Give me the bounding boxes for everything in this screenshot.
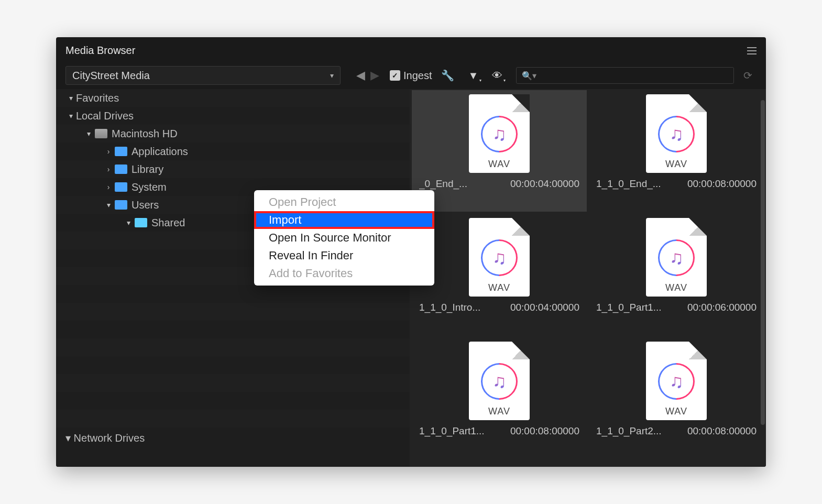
eye-icon[interactable]: 👁▾ bbox=[488, 70, 507, 82]
wav-file-icon: ♫ WAV bbox=[469, 94, 530, 173]
file-name: 1_1_0_End_... bbox=[596, 178, 661, 190]
folder-icon bbox=[135, 218, 147, 227]
context-open-project: Open Project bbox=[254, 193, 434, 211]
titlebar: Media Browser bbox=[56, 37, 766, 64]
search-icon: 🔍▾ bbox=[522, 71, 536, 81]
file-thumb[interactable]: ♫ WAV 1_1_0_Part2... 00:00:08:00000 bbox=[589, 337, 764, 459]
panel-menu-icon[interactable] bbox=[747, 47, 757, 54]
music-note-icon: ♫ bbox=[474, 108, 525, 160]
toolbar: CityStreet Media ▾ ◀ ▶ ✓ Ingest 🔧 ▼▾ 👁▾ … bbox=[56, 64, 766, 89]
file-name: 1_1_0_Part1... bbox=[596, 302, 662, 313]
drive-icon bbox=[95, 129, 107, 138]
music-note-icon: ♫ bbox=[474, 356, 525, 408]
tree-label: System bbox=[131, 181, 167, 193]
chevron-right-icon[interactable]: › bbox=[103, 183, 114, 191]
content-grid: ♫ WAV _0_End_... 00:00:04:00000 ♫ WAV 1_… bbox=[410, 89, 766, 467]
ingest-label: Ingest bbox=[403, 70, 432, 82]
file-type-label: WAV bbox=[665, 282, 687, 293]
wav-file-icon: ♫ WAV bbox=[646, 94, 707, 173]
file-type-label: WAV bbox=[488, 406, 510, 417]
chevron-right-icon[interactable]: › bbox=[103, 165, 114, 173]
media-source-dropdown[interactable]: CityStreet Media ▾ bbox=[65, 66, 341, 85]
folder-icon bbox=[115, 200, 127, 210]
tree-label: Users bbox=[131, 199, 159, 211]
tree-favorites[interactable]: ▾ Favorites bbox=[56, 89, 410, 107]
file-type-label: WAV bbox=[665, 406, 687, 417]
context-add-to-favorites: Add to Favorites bbox=[254, 265, 434, 282]
music-note-icon: ♫ bbox=[651, 356, 703, 408]
folder-icon bbox=[115, 165, 127, 174]
wrench-icon[interactable]: 🔧 bbox=[437, 69, 458, 82]
chevron-down-icon[interactable]: ▾ bbox=[65, 112, 76, 120]
file-type-label: WAV bbox=[488, 159, 510, 170]
wav-file-icon: ♫ WAV bbox=[646, 218, 707, 297]
file-thumb[interactable]: ♫ WAV 1_1_0_Part1... 00:00:06:00000 bbox=[589, 214, 764, 335]
ingest-toggle[interactable]: ✓ Ingest bbox=[390, 70, 432, 82]
wav-file-icon: ♫ WAV bbox=[646, 342, 707, 420]
file-thumb[interactable]: ♫ WAV 1_1_0_End_... 00:00:08:00000 bbox=[589, 90, 764, 212]
nav-arrows: ◀ ▶ bbox=[356, 69, 379, 82]
folder-icon bbox=[115, 182, 127, 192]
file-name: 1_1_0_Part2... bbox=[596, 425, 662, 437]
file-thumb[interactable]: ♫ WAV 1_1_0_Intro... 00:00:04:00000 bbox=[412, 214, 587, 335]
file-duration: 00:00:08:00000 bbox=[687, 178, 757, 190]
wav-file-icon: ♫ WAV bbox=[469, 218, 530, 297]
context-reveal-in-finder[interactable]: Reveal In Finder bbox=[254, 247, 434, 265]
context-open-in-source-monitor[interactable]: Open In Source Monitor bbox=[254, 229, 434, 247]
chevron-down-icon[interactable]: ▾ bbox=[103, 201, 114, 209]
tree-library[interactable]: › Library bbox=[56, 160, 410, 178]
scrollbar[interactable] bbox=[761, 100, 765, 425]
tree-local-drives[interactable]: ▾ Local Drives bbox=[56, 107, 410, 125]
filter-icon[interactable]: ▼▾ bbox=[464, 70, 483, 82]
tree-network-drives[interactable]: ▾ Network Drives bbox=[56, 428, 410, 448]
music-note-icon: ♫ bbox=[651, 108, 703, 160]
chevron-down-icon[interactable]: ▾ bbox=[65, 94, 76, 102]
file-name: _0_End_... bbox=[419, 178, 467, 190]
file-duration: 00:00:08:00000 bbox=[687, 425, 757, 437]
file-duration: 00:00:08:00000 bbox=[510, 425, 579, 437]
music-note-icon: ♫ bbox=[651, 232, 703, 284]
nav-forward-icon[interactable]: ▶ bbox=[370, 69, 379, 82]
tree-label: Local Drives bbox=[76, 110, 134, 122]
refresh-icon[interactable]: ⟳ bbox=[739, 69, 757, 82]
file-type-label: WAV bbox=[488, 282, 510, 293]
chevron-down-icon[interactable]: ▾ bbox=[83, 129, 94, 138]
tree-macintosh-hd[interactable]: ▾ Macintosh HD bbox=[56, 125, 410, 143]
chevron-down-icon[interactable]: ▾ bbox=[123, 218, 134, 227]
file-name: 1_1_0_Intro... bbox=[419, 302, 480, 313]
panel-title: Media Browser bbox=[65, 45, 135, 57]
tree-label: Macintosh HD bbox=[112, 128, 178, 140]
tree-label: Shared bbox=[151, 217, 185, 229]
nav-back-icon[interactable]: ◀ bbox=[356, 69, 365, 82]
media-browser-panel: Media Browser CityStreet Media ▾ ◀ ▶ ✓ I… bbox=[56, 37, 766, 467]
ingest-checkbox-icon[interactable]: ✓ bbox=[390, 70, 400, 81]
search-input[interactable]: 🔍▾ bbox=[516, 67, 734, 84]
dropdown-label: CityStreet Media bbox=[72, 70, 150, 82]
tree-label: Library bbox=[131, 163, 163, 176]
chevron-down-icon[interactable]: ▾ bbox=[65, 432, 71, 444]
file-type-label: WAV bbox=[665, 159, 687, 170]
file-name: 1_1_0_Part1... bbox=[419, 425, 485, 437]
context-menu: Open Project Import Open In Source Monit… bbox=[254, 190, 434, 286]
tree-applications[interactable]: › Applications bbox=[56, 143, 410, 160]
chevron-right-icon[interactable]: › bbox=[103, 147, 114, 156]
folder-icon bbox=[115, 147, 127, 156]
file-thumb[interactable]: ♫ WAV 1_1_0_Part1... 00:00:08:00000 bbox=[412, 337, 587, 459]
file-duration: 00:00:04:00000 bbox=[510, 302, 579, 313]
tree-label: Favorites bbox=[76, 92, 119, 104]
wav-file-icon: ♫ WAV bbox=[469, 342, 530, 420]
tree-label: Applications bbox=[131, 146, 188, 158]
context-import[interactable]: Import bbox=[254, 211, 434, 229]
file-duration: 00:00:04:00000 bbox=[510, 178, 579, 190]
file-duration: 00:00:06:00000 bbox=[687, 302, 757, 313]
file-thumb[interactable]: ♫ WAV _0_End_... 00:00:04:00000 bbox=[412, 90, 587, 212]
tree-label: Network Drives bbox=[74, 432, 145, 444]
chevron-down-icon: ▾ bbox=[330, 71, 334, 80]
music-note-icon: ♫ bbox=[474, 232, 525, 284]
